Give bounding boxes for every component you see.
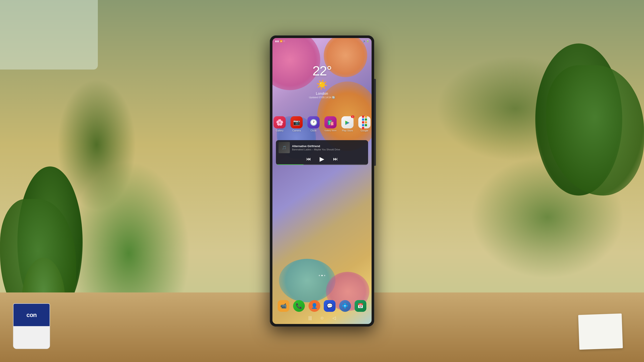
weather-updated: Updated 07/05 14:54 🔄 [309,96,335,99]
gallery-label: Gallery [276,129,284,132]
music-controls: ⏮ ▶ ⏭ [276,154,368,164]
status-left: ▮▮▮ 📶 ⬡ [275,40,285,42]
dock-calendar[interactable]: 📅 [354,300,366,312]
music-player-header: 🎵 Alternative Girlfriend Barenaked Ladie… [276,140,368,154]
galaxy-store-icon: 🛍️ [324,116,336,128]
google-grid-icon [360,114,369,131]
music-title: Alternative Girlfriend [292,144,366,148]
nav-bar: ||| ○ ◁ [272,314,372,322]
music-next-button[interactable]: ⏭ [333,156,338,162]
google-icon [358,116,370,128]
music-artist: Barenaked Ladies – Maybe You Should Driv… [292,148,366,151]
music-player[interactable]: 🎵 Alternative Girlfriend Barenaked Ladie… [276,140,368,165]
dock-messages[interactable]: 💬 [324,300,336,312]
play-store-label: Play Store [342,129,353,132]
bt-icon: ⬡ [283,40,285,42]
nav-back-button[interactable]: ◁ [332,315,336,321]
weather-icon: ☀️ [309,79,335,90]
tablet: ▮▮▮ 📶 ⬡ 🔊 🔋 22° ☀️ London Updated 07/05 … [269,31,375,331]
clock-label: Clock [310,129,316,132]
wifi-icon: 📶 [280,40,282,42]
page-dots [319,275,325,276]
dot-3 [324,275,325,276]
nav-home-button[interactable]: ○ [320,315,324,321]
dock-samsung-pass[interactable]: 💠 [339,300,351,312]
dot-1 [319,275,320,276]
weather-widget: 22° ☀️ London Updated 07/05 14:54 🔄 [309,64,335,99]
play-store-icon: ▶ 1 [341,116,354,128]
app-play-store[interactable]: ▶ 1 Play Store [340,116,354,132]
tablet-screen[interactable]: ▮▮▮ 📶 ⬡ 🔊 🔋 22° ☀️ London Updated 07/05 … [272,38,372,324]
dock-contacts[interactable]: 👤 [308,300,320,312]
dock-video[interactable]: 📹 [278,300,290,312]
app-gallery[interactable]: 🌸 Gallery [273,116,286,132]
app-google[interactable]: Google [358,116,371,132]
play-store-badge: 1 [351,115,354,118]
gallery-icon: 🌸 [274,116,286,128]
app-clock[interactable]: 🕐 Clock [306,116,320,132]
status-right: 🔊 🔋 [363,40,369,42]
camera-icon: 📷 [290,116,303,128]
app-camera[interactable]: 📷 Camera [290,116,304,132]
books [578,314,623,350]
dock-phone[interactable]: 📞 [293,300,305,312]
music-info: Alternative Girlfriend Barenaked Ladies … [292,144,366,151]
s-pen [374,79,376,166]
music-prev-button[interactable]: ⏮ [306,156,311,162]
galaxy-store-label: Galaxy Store [324,129,336,132]
volume-icon: 🔊 [363,40,366,42]
camera-label: Camera [292,129,301,132]
dot-2 [321,275,323,276]
app-galaxy-store[interactable]: 🛍️ Galaxy Store [324,116,338,132]
status-bar: ▮▮▮ 📶 ⬡ 🔊 🔋 [272,38,372,44]
music-album-art: 🎵 [278,142,290,153]
weather-temperature: 22° [309,64,335,77]
music-play-button[interactable]: ▶ [320,155,324,163]
clock-icon: 🕐 [308,116,320,128]
signal-icon: ▮▮▮ [275,40,279,42]
nav-recents-button[interactable]: ||| [308,316,312,321]
mug: con [13,303,50,349]
weather-city: London [309,92,335,96]
battery-icon: 🔋 [366,40,369,42]
music-progress-bar[interactable] [276,164,368,165]
app-grid: 🌸 Gallery 📷 Camera 🕐 Clock [273,116,371,132]
music-progress-fill [276,164,304,165]
dock: 📹 📞 👤 💬 💠 📅 [276,300,368,312]
tablet-body: ▮▮▮ 📶 ⬡ 🔊 🔋 22° ☀️ London Updated 07/05 … [270,35,374,327]
